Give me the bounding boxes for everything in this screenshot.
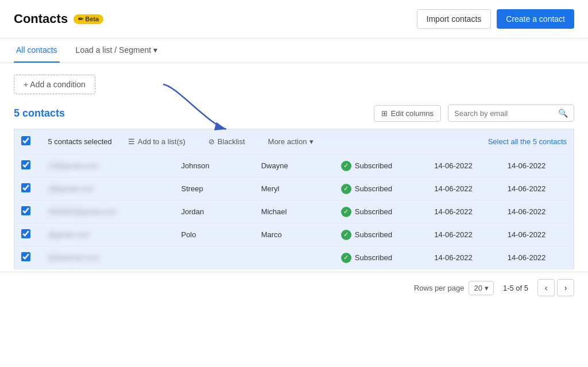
search-icon: 🔍 bbox=[558, 109, 568, 118]
status-label: Subscribed bbox=[355, 253, 392, 262]
date1-cell: 14-06-2022 bbox=[427, 200, 501, 223]
table-controls: ⊞ Edit columns 🔍 bbox=[374, 105, 574, 122]
page-title: Contacts bbox=[14, 11, 68, 26]
lastname-cell: Johnson bbox=[174, 154, 254, 177]
columns-icon: ⊞ bbox=[381, 109, 388, 118]
chevron-down-icon: ▾ bbox=[153, 45, 157, 55]
header-right: Import contacts Create a contact bbox=[417, 9, 574, 29]
filter-bar: + Add a condition bbox=[0, 63, 588, 100]
rows-per-page-select[interactable]: 20 ▾ bbox=[469, 281, 493, 295]
date1-cell: 14-06-2022 bbox=[427, 223, 501, 246]
bulk-checkbox-cell bbox=[14, 129, 41, 154]
add-to-list-button[interactable]: ☰ Add to a list(s) bbox=[121, 135, 192, 148]
next-page-button[interactable]: › bbox=[557, 279, 574, 296]
subscribed-icon: ✓ bbox=[341, 184, 351, 194]
row-checkbox[interactable] bbox=[21, 183, 30, 192]
status-label: Subscribed bbox=[355, 207, 392, 216]
status-label: Subscribed bbox=[355, 230, 392, 239]
table-row: 23@gmail.com Johnson Dwayne ✓ Subscribed… bbox=[14, 154, 574, 177]
table-row: l@fastmail.com ✓ Subscribed 14-06-2022 1… bbox=[14, 246, 574, 269]
email-value: 23@gmail.com bbox=[48, 161, 98, 170]
contacts-count: 5 contacts bbox=[14, 107, 65, 119]
email-cell: l@fastmail.com bbox=[41, 246, 174, 269]
row-checkbox-cell bbox=[14, 154, 41, 177]
status-cell: ✓ Subscribed bbox=[334, 223, 427, 246]
date2-cell: 14-06-2022 bbox=[501, 177, 574, 200]
ban-icon: ⊘ bbox=[208, 137, 215, 146]
select-all-checkbox[interactable] bbox=[21, 136, 30, 145]
prev-page-button[interactable]: ‹ bbox=[537, 279, 555, 296]
row-checkbox-cell bbox=[14, 223, 41, 246]
list-icon: ☰ bbox=[128, 137, 135, 146]
table-body: 23@gmail.com Johnson Dwayne ✓ Subscribed… bbox=[14, 154, 574, 269]
table-container: 5 contacts selected ☰ Add to a list(s) ⊘… bbox=[0, 129, 588, 269]
date1-cell: 14-06-2022 bbox=[427, 177, 501, 200]
firstname-cell: Dwayne bbox=[254, 154, 334, 177]
tab-load-segment[interactable]: Load a list / Segment ▾ bbox=[74, 38, 160, 63]
more-action-button[interactable]: More action ▾ bbox=[261, 135, 321, 148]
blacklist-button[interactable]: ⊘ Blacklist bbox=[202, 135, 252, 148]
subscribed-icon: ✓ bbox=[341, 253, 351, 263]
row-checkbox[interactable] bbox=[21, 206, 30, 215]
email-value: l348282@gmail.com bbox=[48, 207, 116, 216]
table-row: 3@gmail.com Streep Meryl ✓ Subscribed 14… bbox=[14, 177, 574, 200]
subscribed-icon: ✓ bbox=[341, 207, 351, 217]
table-header-row: 5 contacts ⊞ Edit columns 🔍 bbox=[0, 100, 588, 129]
add-condition-button[interactable]: + Add a condition bbox=[14, 75, 95, 94]
firstname-cell: Meryl bbox=[254, 177, 334, 200]
pagination-buttons: ‹ › bbox=[537, 279, 574, 296]
lastname-cell: Jordan bbox=[174, 200, 254, 223]
date1-cell: 14-06-2022 bbox=[427, 246, 501, 269]
table-row: @gmail.com Polo Marco ✓ Subscribed 14-06… bbox=[14, 223, 574, 246]
status-cell: ✓ Subscribed bbox=[334, 154, 427, 177]
firstname-cell: Marco bbox=[254, 223, 334, 246]
header-left: Contacts ✏ Beta bbox=[14, 11, 103, 26]
header: Contacts ✏ Beta Import contacts Create a… bbox=[0, 0, 588, 38]
date2-cell: 14-06-2022 bbox=[501, 223, 574, 246]
subscribed-icon: ✓ bbox=[341, 230, 351, 240]
select-all-cell: Select all the 5 contacts bbox=[334, 129, 574, 154]
create-contact-button[interactable]: Create a contact bbox=[497, 9, 574, 29]
tabs-bar: All contacts Load a list / Segment ▾ bbox=[0, 38, 588, 63]
row-checkbox[interactable] bbox=[21, 252, 30, 261]
email-cell: @gmail.com bbox=[41, 223, 174, 246]
status-label: Subscribed bbox=[355, 161, 392, 170]
status-cell: ✓ Subscribed bbox=[334, 177, 427, 200]
row-checkbox-cell bbox=[14, 246, 41, 269]
date2-cell: 14-06-2022 bbox=[501, 154, 574, 177]
firstname-cell bbox=[254, 246, 334, 269]
status-cell: ✓ Subscribed bbox=[334, 246, 427, 269]
date2-cell: 14-06-2022 bbox=[501, 200, 574, 223]
date1-cell: 14-06-2022 bbox=[427, 154, 501, 177]
lastname-cell bbox=[174, 246, 254, 269]
email-cell: l348282@gmail.com bbox=[41, 200, 174, 223]
email-value: 3@gmail.com bbox=[48, 184, 94, 193]
edit-columns-button[interactable]: ⊞ Edit columns bbox=[374, 105, 441, 122]
chevron-down-icon: ▾ bbox=[310, 137, 314, 146]
row-checkbox[interactable] bbox=[21, 229, 30, 238]
status-label: Subscribed bbox=[355, 184, 392, 193]
arrow-annotation bbox=[129, 79, 243, 136]
table-row: l348282@gmail.com Jordan Michael ✓ Subsc… bbox=[14, 200, 574, 223]
subscribed-icon: ✓ bbox=[341, 161, 351, 171]
bulk-selected-label: 5 contacts selected bbox=[48, 137, 111, 146]
rows-per-page-label: Rows per page bbox=[414, 284, 464, 292]
lastname-cell: Streep bbox=[174, 177, 254, 200]
lastname-cell: Polo bbox=[174, 223, 254, 246]
search-input[interactable] bbox=[454, 109, 555, 118]
rows-per-page: Rows per page 20 ▾ bbox=[414, 281, 494, 295]
bulk-actions-row: 5 contacts selected ☰ Add to a list(s) ⊘… bbox=[14, 129, 574, 154]
email-value: @gmail.com bbox=[48, 230, 89, 239]
firstname-cell: Michael bbox=[254, 200, 334, 223]
date2-cell: 14-06-2022 bbox=[501, 246, 574, 269]
chevron-down-icon: ▾ bbox=[485, 284, 489, 292]
beta-badge: ✏ Beta bbox=[74, 14, 103, 24]
row-checkbox-cell bbox=[14, 177, 41, 200]
contacts-table: 5 contacts selected ☰ Add to a list(s) ⊘… bbox=[14, 129, 574, 269]
email-value: l@fastmail.com bbox=[48, 253, 99, 262]
select-all-button[interactable]: Select all the 5 contacts bbox=[488, 137, 567, 146]
pagination-info: 1-5 of 5 bbox=[503, 284, 528, 292]
tab-all-contacts[interactable]: All contacts bbox=[14, 38, 60, 63]
row-checkbox[interactable] bbox=[21, 160, 30, 169]
import-contacts-button[interactable]: Import contacts bbox=[417, 9, 492, 29]
